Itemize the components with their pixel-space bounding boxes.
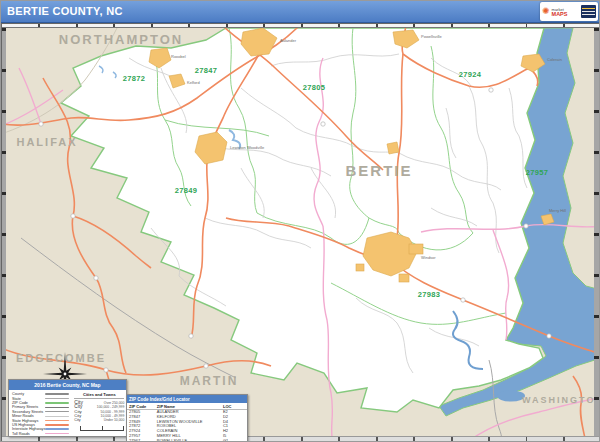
legend-item-label: State Highways — [12, 419, 38, 423]
title-bar: BERTIE COUNTY, NC ✺ market MAPS — [1, 1, 600, 23]
legend-item-label: ZIP Code — [12, 401, 28, 405]
legend-line-sample — [45, 420, 69, 422]
legend-item-label: County — [12, 392, 24, 396]
legend-cities-panel: Cities and Towns CityOver 250,000City100… — [74, 392, 124, 436]
legend-city-class: CityUnder 10,000 — [74, 418, 124, 423]
legend-item-label: State — [12, 397, 21, 401]
page-title: BERTIE COUNTY, NC — [7, 5, 123, 17]
marketmaps-logo: ✺ market MAPS — [540, 2, 598, 21]
legend-line-sample — [45, 393, 69, 395]
county-map-poster: BERTIE COUNTY, NC ✺ market MAPS — [0, 0, 600, 442]
county-label-halifax: HALIFAX — [16, 136, 77, 148]
town-label: Lewiston Woodville — [230, 145, 265, 150]
legend-item: Toll Roads — [12, 432, 69, 436]
zip-table-column-header: ZIP Name — [157, 404, 223, 409]
legend-city-range: Under 10,000 — [104, 418, 125, 422]
legend-line-sample — [45, 428, 69, 430]
legend-city-class: City100,000 - 249,999 — [74, 404, 124, 409]
zip-index-table: ZIP Code Index/Grid Locator ZIP CodeZIP … — [126, 394, 248, 442]
zip-label-27847: 27847 — [195, 66, 217, 75]
legend-line-sample — [45, 402, 69, 404]
town-windsor-east — [409, 244, 423, 254]
town-askewville — [387, 142, 399, 154]
zip-table-body: 27805AULANDERE227847KELFORDD227849LEWIST… — [127, 410, 247, 442]
town-label: Aulander — [280, 38, 297, 43]
legend-item-label: Interstate Highways — [12, 427, 45, 431]
legend-cities-title: Cities and Towns — [74, 392, 124, 399]
town-label: Powellsville — [421, 34, 442, 39]
logo-brand-bottom: MAPS — [552, 12, 568, 16]
logo-brand-text: market MAPS — [552, 8, 568, 16]
legend-line-sample — [45, 424, 69, 426]
grid-ruler-left — [1, 28, 6, 438]
zip-label-27849: 27849 — [175, 186, 197, 195]
zip-table-column-header: ZIP Code — [129, 404, 157, 409]
town-label: Windsor — [421, 255, 436, 260]
legend-item-label: Primary Streets — [12, 405, 38, 409]
legend-item-label: Secondary Streets — [12, 410, 43, 414]
legend-line-sample — [45, 398, 69, 400]
zip-label-27924: 27924 — [459, 70, 482, 79]
zip-table-header: ZIP CodeZIP NameLOC — [127, 403, 247, 410]
town-windsor-south — [399, 274, 409, 282]
legend-title: 2016 Bertie County, NC Map — [9, 380, 126, 390]
legend-line-sample — [45, 411, 69, 412]
legend-city-name: City — [74, 418, 80, 422]
grid-ruler-right — [594, 28, 599, 438]
scale-bar — [80, 426, 124, 431]
lake-water — [497, 391, 525, 402]
county-label-bertie: BERTIE — [345, 162, 412, 179]
legend-line-sample — [45, 407, 69, 408]
logo-badge-icon — [581, 5, 596, 18]
legend-city-range: 100,000 - 249,999 — [97, 405, 125, 409]
county-label-washington: WASHINGTON — [522, 395, 600, 405]
zip-label-27805: 27805 — [303, 83, 325, 92]
zip-table-title: ZIP Code Index/Grid Locator — [127, 395, 247, 403]
town-label: Kelford — [187, 80, 200, 85]
legend-symbol-list: CountyStateZIP CodePrimary StreetsSecond… — [12, 392, 69, 436]
legend-item-label: Toll Roads — [12, 432, 30, 436]
legend-line-sample — [45, 433, 69, 435]
legend-city-classes: CityOver 250,000City100,000 - 249,999Cit… — [74, 399, 124, 423]
legend-city-range: 50,000 - 99,999 — [101, 410, 125, 414]
county-label-martin: MARTIN — [180, 374, 239, 388]
town-label: Colerain — [547, 57, 562, 62]
zip-label-27957: 27957 — [526, 168, 548, 177]
county-label-edgecombe: EDGECOMBE — [16, 352, 106, 364]
legend-line-sample — [45, 416, 69, 417]
town-label: Roxobel — [171, 54, 186, 59]
zip-label-27872: 27872 — [123, 74, 145, 83]
zip-table-column-header: LOC — [223, 404, 245, 409]
zip-label-27983: 27983 — [418, 290, 440, 299]
map-legend: 2016 Bertie County, NC Map CountyStateZI… — [8, 379, 127, 437]
town-windsor-west — [356, 264, 364, 271]
logo-star-icon: ✺ — [542, 7, 550, 16]
county-label-northampton: NORTHAMPTON — [59, 32, 183, 47]
legend-item-label: Minor Roads — [12, 414, 34, 418]
legend-item-label: US Highways — [12, 423, 35, 427]
town-label: Merry Hill — [549, 208, 566, 213]
